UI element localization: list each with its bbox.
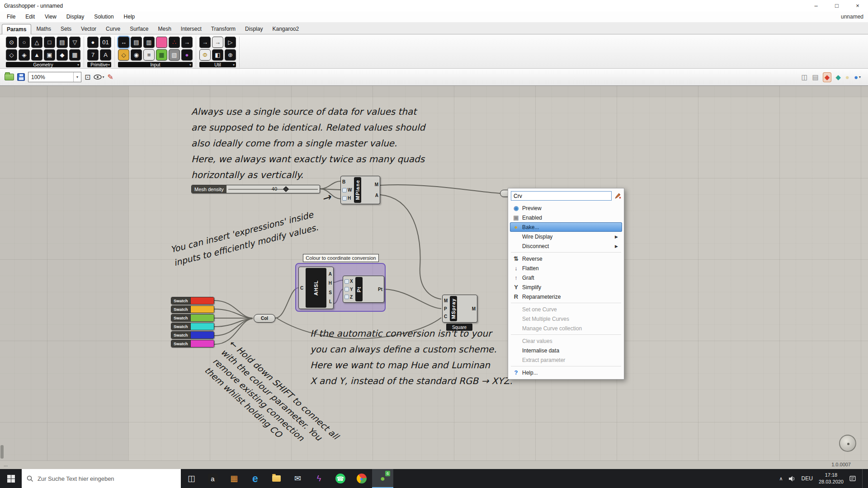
chevron-down-icon[interactable]: ▾	[73, 72, 81, 82]
menubar-item[interactable]: Display	[61, 11, 89, 22]
mspray-input-p[interactable]: P	[444, 306, 448, 311]
brep-param-icon[interactable]: ◆	[57, 49, 68, 61]
boolean-param-icon[interactable]: ●	[87, 37, 99, 48]
surface-param-icon[interactable]: ▤	[57, 37, 68, 48]
component-tab[interactable]: Kangaroo2	[268, 24, 303, 34]
whatsapp-icon[interactable]: ☎	[330, 469, 351, 488]
zoom-extents-icon[interactable]: ⊡	[85, 73, 90, 81]
close-button[interactable]: ×	[847, 0, 868, 11]
value-list-icon[interactable]: ▥	[143, 37, 155, 48]
component-tab[interactable]: Curve	[101, 24, 125, 34]
context-menu-item[interactable]	[510, 365, 622, 368]
data-output-icon[interactable]: →	[212, 37, 223, 48]
context-menu-item[interactable]: Y Simplify	[510, 282, 622, 292]
pt-input-y[interactable]: Y	[344, 287, 353, 292]
integer-param-icon[interactable]: 7	[87, 49, 99, 61]
swatch-colour[interactable]	[190, 297, 214, 304]
mesh-density-slider[interactable]: Mesh density 40	[191, 185, 320, 193]
context-menu-item[interactable]: Disconnect ▶	[510, 241, 622, 251]
component-tab[interactable]: Vector	[76, 24, 101, 34]
zoom-select[interactable]: 100% ▾	[28, 72, 81, 82]
line-param-icon[interactable]: □	[44, 37, 55, 48]
trigger-icon[interactable]: ▷	[225, 37, 236, 48]
context-menu-item[interactable]: Clear values	[510, 336, 622, 346]
cluster-icon[interactable]: ◧	[212, 49, 223, 61]
canvas[interactable]: Always use a single source of data for v…	[0, 86, 868, 460]
mspray-input-c[interactable]: C	[444, 314, 448, 319]
plane-param-icon[interactable]: ◈	[19, 49, 30, 61]
rename-pen-icon[interactable]	[614, 192, 621, 199]
menubar-item[interactable]: File	[2, 11, 20, 22]
ahsl-output-h[interactable]: H	[329, 281, 332, 286]
mplane-input-h[interactable]: H	[342, 196, 352, 201]
mspray-input-m[interactable]: M	[444, 298, 448, 303]
red-display-mode-icon[interactable]: ◆	[823, 73, 831, 82]
swatch-colour[interactable]	[190, 323, 214, 330]
chrome-icon[interactable]: ●	[351, 469, 372, 488]
parameter-name-input[interactable]	[511, 191, 612, 201]
context-menu-item[interactable]: ? Help...	[510, 368, 622, 377]
ribbon-group-label[interactable]: Geometry▾	[6, 62, 80, 67]
gradient-icon[interactable]: ▦	[156, 49, 167, 61]
mesh-param-icon[interactable]: ▽	[69, 37, 80, 48]
mail-icon[interactable]: ✉	[287, 469, 308, 488]
context-menu-item[interactable]: Extract parameter	[510, 355, 622, 365]
jar-icon[interactable]: Φ	[199, 49, 211, 61]
colour-swatch-component[interactable]: Swatch	[171, 323, 214, 330]
panel-icon[interactable]: ▤	[131, 37, 142, 48]
ribbon-group-label[interactable]: Input▾	[118, 62, 193, 67]
pt-input-z[interactable]: Z	[344, 295, 353, 300]
data-input-icon[interactable]: →	[199, 37, 211, 48]
context-menu-item[interactable]: ◉ Preview	[510, 203, 622, 213]
component-tab[interactable]: Mesh	[153, 24, 175, 34]
pt-component[interactable]: X Y Z Pt Pt	[343, 276, 384, 303]
geometry-param-icon[interactable]: ▦	[69, 49, 80, 61]
grasshopper-icon[interactable]: ● 6	[372, 469, 393, 488]
mplane-input-w[interactable]: W	[342, 188, 352, 192]
component-tab[interactable]: Sets	[56, 24, 76, 34]
status-overflow[interactable]: ...	[4, 462, 8, 467]
context-menu-item[interactable]	[510, 251, 622, 254]
colour-swatch-component[interactable]: Swatch	[171, 297, 214, 305]
preview-settings-icon[interactable]: ◫	[801, 73, 807, 81]
explorer-icon[interactable]	[266, 469, 287, 488]
slider-track[interactable]: 40	[226, 185, 320, 193]
ahsl-input-c[interactable]: C	[300, 286, 303, 291]
mplane-output-m[interactable]: M	[375, 182, 378, 187]
menubar-item[interactable]: Help	[119, 11, 140, 22]
colour-swatch-component[interactable]: Swatch	[171, 305, 214, 313]
rectangle-param-icon[interactable]: ▣	[44, 49, 55, 61]
context-menu-item[interactable]: Manage Curve collection	[510, 324, 622, 333]
ahsl-component[interactable]: C AHSL A H S L	[298, 267, 334, 309]
ribbon-group-label[interactable]: Primitive▾	[87, 62, 111, 67]
green-display-mode-icon[interactable]: ◆	[835, 73, 841, 81]
image-sampler-icon[interactable]: ▧	[169, 49, 180, 61]
sketch-brush-icon[interactable]: ✎	[107, 73, 113, 81]
blue-ball-icon[interactable]: ●	[854, 73, 861, 81]
colour-swatch-component[interactable]: Swatch	[171, 340, 214, 347]
context-menu-item[interactable]: Wire Display ▶	[510, 232, 622, 241]
import-file-icon[interactable]: →	[181, 37, 193, 48]
action-center-icon[interactable]	[849, 475, 856, 482]
swatch-colour[interactable]	[190, 314, 214, 321]
mplane-input-b[interactable]: B	[342, 179, 352, 184]
shaded-ball-icon[interactable]: ●	[845, 73, 849, 81]
cherry-picker-icon[interactable]: ∴	[169, 37, 180, 48]
search-input[interactable]	[38, 475, 176, 482]
task-view-icon[interactable]: ◫	[181, 469, 202, 488]
component-tab[interactable]: Surface	[125, 24, 153, 34]
context-menu-item[interactable]: Set Multiple Curves	[510, 314, 622, 324]
edge-icon[interactable]: e	[245, 469, 266, 488]
point-param-icon[interactable]: ⊙	[6, 37, 17, 48]
context-menu-item[interactable]: R Reparameterize	[510, 292, 622, 301]
ahsl-output-a[interactable]: A	[329, 272, 332, 277]
canvas-scrollbar-thumb[interactable]	[0, 445, 4, 459]
document-preview-icon[interactable]: ▤	[812, 73, 819, 81]
group-label[interactable]: Colour to coordinate conversion	[303, 254, 379, 262]
open-file-icon[interactable]	[5, 74, 14, 80]
start-button[interactable]	[0, 469, 22, 488]
ahsl-output-l[interactable]: L	[329, 299, 332, 304]
canvas-compass-widget[interactable]	[839, 435, 856, 452]
context-menu-item[interactable]: ↓ Flatten	[510, 263, 622, 273]
preview-eye-icon[interactable]: ▾	[94, 75, 104, 80]
